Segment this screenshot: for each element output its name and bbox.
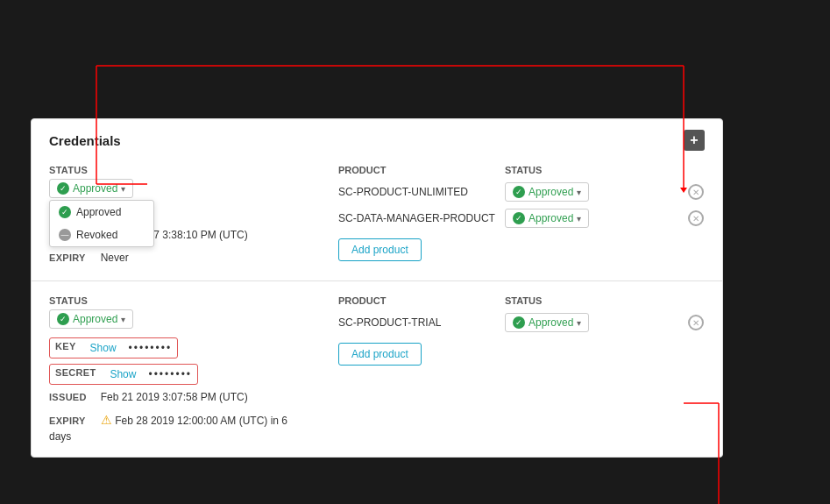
page-wrapper: Credentials + Status ✓ Approved ▾: [18, 18, 812, 504]
status-label-1: Status: [49, 165, 312, 175]
secret-show-link-2[interactable]: Show: [110, 368, 136, 380]
add-product-button-1[interactable]: Add product: [338, 238, 422, 261]
expiry-label-1: Expiry: [49, 252, 97, 263]
product-status-1-2: ✓ Approved ▾: [505, 209, 678, 228]
revoked-dot-icon: —: [59, 229, 71, 241]
status-dropdown-menu-1: ✓ Approved — Revoked: [49, 200, 154, 247]
section-1-right: Product Status SC-PRODUCT-UNLIMITED ✓ Ap…: [338, 165, 705, 266]
product-col-header-1: Product: [338, 165, 496, 175]
product-row-1-2: SC-DATA-MANAGER-PRODUCT ✓ Approved ▾ ✕: [338, 209, 705, 228]
status-dropdown-1[interactable]: ✓ Approved ▾: [49, 179, 133, 198]
credential-section-2: Status ✓ Approved ▾ Key Show ••••••••: [32, 281, 722, 457]
product-status-value-1-1: Approved: [529, 186, 573, 198]
credentials-panel: Credentials + Status ✓ Approved ▾: [31, 118, 723, 458]
product-check-icon-1-2: ✓: [513, 212, 525, 224]
main-panel: Credentials + Status ✓ Approved ▾: [31, 118, 723, 458]
section-2-body: Status ✓ Approved ▾ Key Show ••••••••: [49, 295, 705, 443]
warning-icon-2: ⚠: [101, 413, 112, 427]
product-row-2-1: SC-PRODUCT-TRIAL ✓ Approved ▾ ✕: [338, 313, 705, 332]
product-chevron-2-1: ▾: [577, 318, 581, 328]
product-name-1-2: SC-DATA-MANAGER-PRODUCT: [338, 212, 496, 224]
product-status-2-1: ✓ Approved ▾: [505, 313, 678, 332]
product-status-dropdown-1-2[interactable]: ✓ Approved ▾: [505, 209, 589, 228]
dropdown-item-approved-1[interactable]: ✓ Approved: [50, 201, 153, 224]
secret-label-2: Secret: [55, 367, 96, 378]
product-chevron-1-1: ▾: [577, 188, 581, 197]
section-1-body: Status ✓ Approved ▾ ✓ Appr: [49, 165, 705, 266]
key-show-link-2[interactable]: Show: [90, 342, 117, 354]
issued-row-2: Issued Feb 21 2019 3:07:58 PM (UTC): [49, 390, 312, 406]
add-credential-button[interactable]: +: [684, 130, 705, 151]
x-icon-1-1: ✕: [688, 184, 704, 200]
status-label-2: Status: [49, 295, 312, 306]
section-1-left: Status ✓ Approved ▾ ✓ Appr: [49, 165, 312, 266]
status-col-header-1: Status: [505, 165, 705, 175]
status-dropdown-2[interactable]: ✓ Approved ▾: [49, 309, 133, 329]
dropdown-item-revoked-1[interactable]: — Revoked: [50, 224, 153, 246]
check-icon-1: ✓: [57, 182, 69, 195]
x-icon-1-2: ✕: [688, 210, 704, 226]
remove-product-button-1-2[interactable]: ✕: [687, 209, 705, 227]
product-check-icon-1-1: ✓: [513, 186, 525, 198]
product-status-dropdown-2-1[interactable]: ✓ Approved ▾: [505, 313, 589, 332]
product-chevron-1-2: ▾: [577, 214, 581, 224]
product-row-1-1: SC-PRODUCT-UNLIMITED ✓ Approved ▾ ✕: [338, 182, 705, 202]
product-col-header-2: Product: [338, 295, 496, 306]
panel-title: Credentials: [49, 133, 121, 148]
issued-value-2: Feb 21 2019 3:07:58 PM (UTC): [101, 391, 248, 403]
product-name-2-1: SC-PRODUCT-TRIAL: [338, 316, 496, 329]
issued-label-2: Issued: [49, 392, 97, 402]
key-dots-2: ••••••••: [129, 342, 173, 354]
chevron-icon-2: ▾: [121, 315, 125, 324]
expiry-value-1: Never: [101, 252, 129, 264]
remove-product-button-2-1[interactable]: ✕: [687, 314, 705, 331]
x-icon-2-1: ✕: [688, 315, 704, 330]
product-status-value-2-1: Approved: [529, 316, 573, 329]
secret-dots-2: ••••••••: [148, 368, 192, 380]
section-2-left: Status ✓ Approved ▾ Key Show ••••••••: [49, 295, 312, 443]
product-check-icon-2-1: ✓: [513, 316, 525, 329]
product-table-header-2: Product Status: [338, 295, 705, 306]
remove-product-button-1-1[interactable]: ✕: [687, 183, 705, 201]
credential-section-1: Status ✓ Approved ▾ ✓ Appr: [32, 151, 722, 281]
product-status-1-1: ✓ Approved ▾: [505, 182, 678, 202]
chevron-icon-1: ▾: [121, 184, 125, 194]
approved-label: Approved: [76, 206, 121, 218]
product-status-value-1-2: Approved: [529, 212, 573, 224]
check-icon-2: ✓: [57, 313, 69, 325]
key-row-2: Key Show ••••••••: [49, 337, 178, 358]
revoked-label: Revoked: [76, 229, 117, 241]
product-name-1-1: SC-PRODUCT-UNLIMITED: [338, 186, 496, 198]
status-col-header-2: Status: [505, 295, 705, 306]
status-value-1: Approved: [73, 182, 117, 195]
expiry-row-2: Expiry ⚠ Feb 28 2019 12:00:00 AM (UTC) i…: [49, 413, 312, 443]
key-label-2: Key: [55, 341, 76, 351]
expiry-row-1: Expiry Never: [49, 251, 312, 266]
add-product-button-2[interactable]: Add product: [338, 343, 422, 366]
section-2-right: Product Status SC-PRODUCT-TRIAL ✓ Approv…: [338, 295, 705, 443]
product-status-dropdown-1-1[interactable]: ✓ Approved ▾: [505, 182, 589, 202]
secret-row-2: Secret Show ••••••••: [49, 364, 198, 385]
product-table-header-1: Product Status: [338, 165, 705, 175]
approved-check-icon: ✓: [59, 206, 71, 218]
expiry-label-2: Expiry: [49, 415, 97, 426]
status-value-2: Approved: [73, 313, 117, 325]
